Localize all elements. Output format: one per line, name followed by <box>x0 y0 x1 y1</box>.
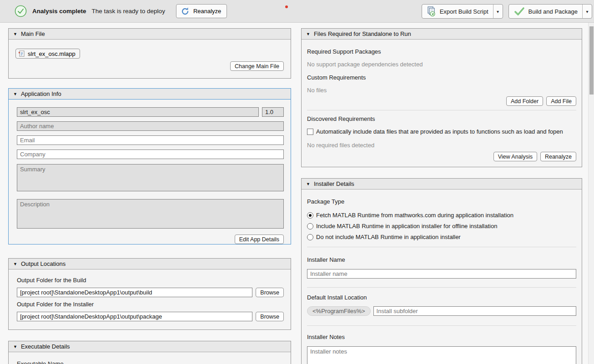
program-files-chip: <%ProgramFiles%> <box>307 306 371 316</box>
main-file-name: slrt_ex_osc.mlapp <box>28 50 76 57</box>
app-name-input[interactable] <box>17 107 259 117</box>
package-type-heading: Package Type <box>307 198 576 205</box>
package-type-radio-include-runtime[interactable] <box>307 223 313 229</box>
collapse-icon: ▼ <box>13 344 17 349</box>
chevron-down-icon: ▾ <box>586 9 588 14</box>
installer-name-label: Installer Name <box>307 256 576 263</box>
reanalyze-refresh-icon <box>180 6 190 16</box>
author-name-input[interactable] <box>17 121 284 131</box>
collapse-icon: ▼ <box>13 262 17 266</box>
build-and-package-label: Build and Package <box>529 8 578 15</box>
add-file-button[interactable]: Add File <box>546 96 576 106</box>
chevron-down-icon: ▾ <box>497 9 499 14</box>
build-and-package-dropdown[interactable]: ▾ <box>582 5 592 18</box>
section-title: Installer Details <box>314 180 354 187</box>
collapse-icon: ▼ <box>306 182 310 186</box>
section-title: Application Info <box>21 90 61 97</box>
radio-label-fetch-runtime: Fetch MATLAB Runtime from mathworks.com … <box>316 212 513 219</box>
analysis-complete-icon <box>15 5 27 17</box>
auto-include-label: Automatically include data files that ar… <box>316 128 563 135</box>
export-build-script-button: Export Build Script ▾ <box>422 4 503 19</box>
custom-requirements-heading: Custom Requirements <box>307 74 576 81</box>
default-install-location-label: Default Install Location <box>307 294 576 301</box>
required-support-packages-heading: Required Support Packages <box>307 48 576 55</box>
installer-details-header[interactable]: ▼ Installer Details <box>302 179 582 189</box>
mlapp-file-icon <box>18 50 25 57</box>
right-column: ▼ Files Required for Standalone to Run R… <box>301 28 582 364</box>
output-locations-section: ▼ Output Locations Output Folder for the… <box>8 258 291 330</box>
build-folder-input[interactable] <box>17 288 252 297</box>
output-locations-header[interactable]: ▼ Output Locations <box>9 259 291 269</box>
collapse-icon: ▼ <box>306 32 310 36</box>
browse-installer-folder-button[interactable]: Browse <box>256 312 284 321</box>
build-and-package-button: Build and Package ▾ <box>508 4 592 19</box>
collapse-icon: ▼ <box>13 92 17 96</box>
executable-name-label: Executable Name <box>17 360 284 364</box>
build-and-package-main[interactable]: Build and Package <box>509 5 582 18</box>
company-input[interactable] <box>17 150 284 159</box>
vertical-scrollbar[interactable] <box>588 23 594 364</box>
application-info-section: ▼ Application Info Edit App Details <box>8 88 291 244</box>
executable-details-section: ▼ Executable Details Executable Name <box>8 341 291 364</box>
left-column: ▼ Main File slrt_ex_osc.mlapp Change Mai… <box>8 28 291 364</box>
installer-notes-label: Installer Notes <box>307 334 576 340</box>
installer-name-input[interactable] <box>307 269 576 279</box>
export-build-script-label: Export Build Script <box>440 8 488 15</box>
analysis-status: Analysis complete The task is ready to d… <box>0 4 227 18</box>
email-input[interactable] <box>17 135 284 145</box>
export-build-script-dropdown[interactable]: ▾ <box>493 5 503 18</box>
discovered-requirements-status: No required files detected <box>307 142 576 149</box>
discovered-requirements-heading: Discovered Requirements <box>307 115 576 122</box>
build-folder-label: Output Folder for the Build <box>17 277 284 284</box>
installer-notes-textarea[interactable] <box>307 346 576 364</box>
radio-label-no-runtime: Do not include MATLAB Runtime in applica… <box>316 234 461 240</box>
files-required-header[interactable]: ▼ Files Required for Standalone to Run <box>302 29 582 40</box>
installer-details-section: ▼ Installer Details Package Type Fetch M… <box>301 178 582 364</box>
package-type-radio-fetch-runtime[interactable] <box>307 212 313 219</box>
add-folder-button[interactable]: Add Folder <box>506 96 543 106</box>
package-type-radio-no-runtime[interactable] <box>307 234 313 240</box>
main-file-section: ▼ Main File slrt_ex_osc.mlapp Change Mai… <box>8 28 291 79</box>
red-dot <box>285 5 288 8</box>
files-required-section: ▼ Files Required for Standalone to Run R… <box>301 28 582 167</box>
status-title: Analysis complete <box>32 8 86 15</box>
description-textarea[interactable] <box>17 199 284 229</box>
section-title: Executable Details <box>21 343 70 350</box>
section-title: Files Required for Standalone to Run <box>314 30 411 37</box>
reanalyze-files-button[interactable]: Reanalyze <box>540 152 576 161</box>
edit-app-details-button[interactable]: Edit App Details <box>235 234 284 244</box>
toolbar: Analysis complete The task is ready to d… <box>0 0 594 23</box>
installer-folder-label: Output Folder for the Installer <box>17 301 284 308</box>
application-info-header[interactable]: ▼ Application Info <box>9 89 291 100</box>
build-check-icon <box>513 6 525 16</box>
view-analysis-button[interactable]: View Analysis <box>493 152 537 161</box>
export-build-script-main[interactable]: Export Build Script <box>422 5 493 18</box>
collapse-icon: ▼ <box>13 32 17 36</box>
reanalyze-label: Reanalyze <box>193 8 221 15</box>
reanalyze-button[interactable]: Reanalyze <box>176 4 227 18</box>
main-file-header[interactable]: ▼ Main File <box>9 29 291 40</box>
section-title: Main File <box>21 30 45 37</box>
section-title: Output Locations <box>21 260 65 267</box>
radio-label-include-runtime: Include MATLAB Runtime in application in… <box>316 223 497 229</box>
export-script-icon <box>427 6 437 17</box>
status-message: The task is ready to deploy <box>92 8 165 15</box>
app-version-input[interactable] <box>262 107 284 117</box>
executable-details-header[interactable]: ▼ Executable Details <box>9 341 291 352</box>
main-file-chip[interactable]: slrt_ex_osc.mlapp <box>15 49 80 59</box>
browse-build-folder-button[interactable]: Browse <box>256 288 284 297</box>
change-main-file-button[interactable]: Change Main File <box>230 61 284 71</box>
auto-include-checkbox[interactable] <box>307 129 313 135</box>
install-subfolder-input[interactable] <box>373 306 576 316</box>
scrollbar-thumb[interactable] <box>589 26 594 95</box>
summary-textarea[interactable] <box>17 164 284 191</box>
installer-folder-input[interactable] <box>17 312 252 321</box>
support-packages-status: No support package dependencies detected <box>307 61 576 68</box>
custom-requirements-status: No files <box>307 87 576 94</box>
